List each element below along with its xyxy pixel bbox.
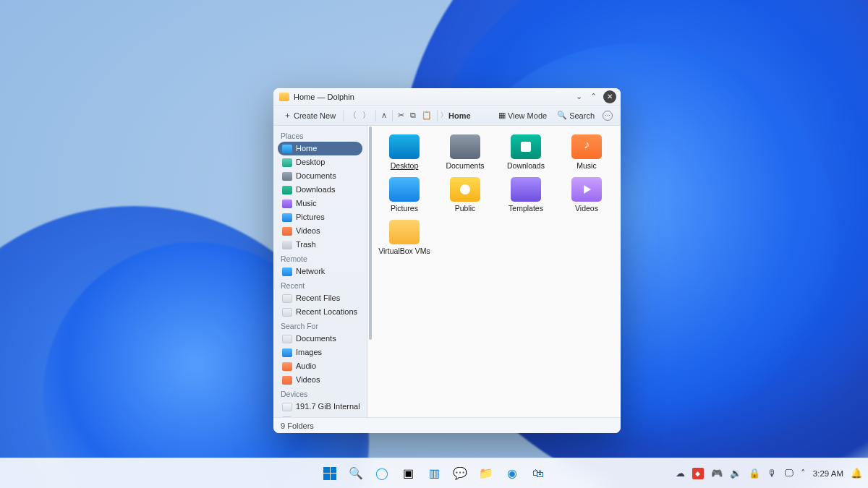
sidebar-item-label: Documents — [296, 171, 336, 181]
sidebar-item-audio[interactable]: Audio — [278, 359, 362, 373]
breadcrumb[interactable]: 〉 Home — [441, 111, 493, 120]
start-button[interactable] — [319, 463, 341, 484]
sidebar-item-documents[interactable]: Documents — [278, 332, 362, 346]
taskbar-search-button[interactable]: 🔍 — [345, 463, 367, 484]
sidebar-item-images[interactable]: Images — [278, 346, 362, 359]
folder-label: Documents — [446, 161, 484, 170]
file-icon — [282, 294, 292, 303]
vids-icon — [282, 227, 292, 236]
tray-onedrive-icon[interactable]: ☁ — [676, 468, 685, 479]
folder-label: VirtualBox VMs — [378, 247, 430, 255]
up-button[interactable]: ∧ — [379, 109, 389, 121]
folder-icon — [511, 177, 541, 202]
folder-item-music[interactable]: Music — [558, 133, 615, 171]
sidebar-item-label: Pictures — [296, 212, 325, 223]
sidebar-item-downloads[interactable]: Downloads — [278, 183, 362, 197]
menu-button[interactable]: ⋯ — [600, 109, 615, 122]
cut-button[interactable]: ✂ — [396, 109, 407, 121]
taskbar-widgets-button[interactable]: ▥ — [423, 463, 445, 484]
sidebar-item-label: Home — [296, 143, 317, 154]
sidebar-item-music[interactable]: Music — [278, 197, 362, 210]
sidebar-item-191-7-gib-internal-[interactable]: 191.7 GiB Internal ... — [278, 400, 362, 414]
sidebar-item-label: Videos — [296, 226, 320, 236]
folder-label: Desktop — [391, 161, 419, 170]
sidebar-item-recent-locations[interactable]: Recent Locations — [278, 305, 362, 319]
sidebar-item-label: Videos — [296, 374, 320, 385]
folder-icon — [279, 93, 289, 101]
sidebar-item-network[interactable]: Network — [278, 265, 362, 278]
tray-chevron-up-icon[interactable]: ˄ — [801, 468, 806, 479]
tray-display-icon[interactable]: 🖵 — [784, 468, 793, 479]
folder-item-downloads[interactable]: Downloads — [498, 133, 554, 171]
separator — [343, 110, 344, 121]
folder-item-desktop[interactable]: Desktop — [376, 133, 433, 171]
search-button[interactable]: 🔍 Search — [553, 109, 599, 121]
folder-item-videos[interactable]: Videos — [558, 176, 615, 214]
back-button[interactable]: 〈 — [346, 108, 359, 122]
folder-icon — [450, 134, 480, 159]
circle-icon: ◯ — [375, 466, 388, 480]
file-icon — [282, 335, 292, 343]
close-button[interactable]: ✕ — [603, 90, 616, 103]
folder-item-pictures[interactable]: Pictures — [376, 176, 433, 214]
sidebar-item-videos[interactable]: Videos — [278, 373, 362, 387]
folder-item-documents[interactable]: Documents — [437, 133, 493, 171]
folder-label: Music — [576, 161, 596, 170]
tray-anydesk-icon[interactable]: ◆ — [692, 468, 704, 479]
tray-volume-icon[interactable]: 🔉 — [730, 468, 741, 479]
forward-button[interactable]: 〉 — [360, 108, 373, 122]
folder-icon — [571, 134, 602, 159]
taskbar-taskview-button[interactable]: ▣ — [397, 463, 419, 484]
separator — [392, 110, 393, 121]
sidebar-item-desktop[interactable]: Desktop — [278, 155, 362, 169]
tray-notifications-icon[interactable]: 🔔 — [851, 468, 862, 479]
sidebar-item-documents[interactable]: Documents — [278, 169, 362, 183]
sidebar-section-recent: Recent — [276, 278, 367, 291]
sidebar-item-recent-files[interactable]: Recent Files — [278, 291, 362, 305]
tray-xbox-icon[interactable]: 🎮 — [711, 468, 723, 479]
paste-button[interactable]: 📋 — [420, 109, 434, 121]
sidebar-section-devices: Devices — [276, 387, 367, 400]
folder-icon — [450, 177, 480, 202]
window-title: Home — Dolphin — [294, 93, 354, 101]
tray-microphone-icon[interactable]: 🎙 — [767, 468, 777, 479]
taskbar-cortana-button[interactable]: ◯ — [371, 463, 393, 484]
separator — [375, 110, 376, 121]
view-mode-label: View Mode — [508, 111, 547, 120]
taskbar-app-explorer[interactable]: 📁 — [475, 463, 497, 484]
taskbar-clock[interactable]: 3:29 AM — [813, 469, 843, 478]
minimize-button[interactable]: ⌄ — [571, 90, 586, 104]
folder-item-virtualbox-vms[interactable]: VirtualBox VMs — [376, 218, 433, 257]
maximize-button[interactable]: ⌃ — [586, 90, 600, 104]
folder-icon — [389, 134, 420, 159]
sidebar-item-home[interactable]: Home — [278, 142, 362, 155]
drive-icon — [282, 403, 292, 411]
taskbar-app-store[interactable]: 🛍 — [527, 463, 549, 484]
pics-icon — [282, 213, 292, 222]
breadcrumb-current[interactable]: Home — [448, 111, 471, 120]
taskbar-app-edge[interactable]: ◉ — [501, 463, 523, 484]
taskbar: 🔍 ◯ ▣ ▥ 💬 📁 ◉ 🛍 ☁ ◆ 🎮 🔉 🔒 🎙 🖵 ˄ 3:29 AM … — [0, 458, 868, 488]
net-icon — [282, 267, 292, 276]
folder-item-templates[interactable]: Templates — [498, 176, 554, 214]
tray-lock-icon[interactable]: 🔒 — [749, 468, 760, 479]
desktop-icon — [282, 158, 292, 167]
copy-button[interactable]: ⧉ — [408, 109, 418, 121]
search-icon: 🔍 — [349, 466, 363, 480]
statusbar: 9 Folders — [273, 417, 621, 433]
sidebar-item-pictures[interactable]: Pictures — [278, 210, 362, 224]
folder-item-public[interactable]: Public — [437, 176, 493, 214]
sidebar-item-label: Recent Locations — [296, 307, 357, 317]
folder-label: Pictures — [391, 204, 418, 213]
titlebar[interactable]: Home — Dolphin ⌄ ⌃ ✕ — [273, 88, 621, 106]
vids-icon — [282, 376, 292, 385]
sidebar-item-videos[interactable]: Videos — [278, 224, 362, 238]
folder-view[interactable]: DesktopDocumentsDownloadsMusicPicturesPu… — [367, 126, 621, 417]
view-mode-button[interactable]: ▦ View Mode — [494, 109, 551, 121]
search-label: Search — [569, 111, 595, 120]
taskview-icon: ▣ — [403, 466, 414, 480]
create-new-button[interactable]: ＋ Create New — [279, 108, 340, 122]
taskbar-chat-button[interactable]: 💬 — [449, 463, 471, 484]
chat-icon: 💬 — [453, 466, 467, 480]
sidebar-item-trash[interactable]: Trash — [278, 238, 362, 252]
